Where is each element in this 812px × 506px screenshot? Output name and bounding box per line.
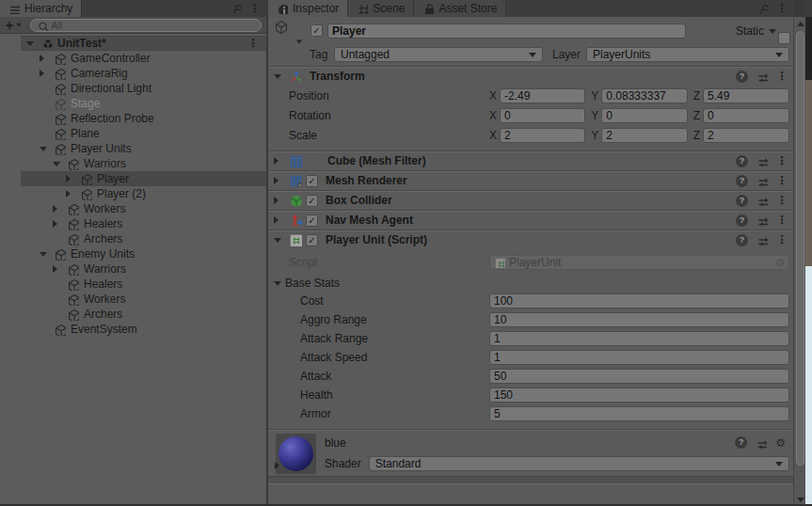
component-enabled-checkbox[interactable]: ✓ xyxy=(306,195,318,207)
hierarchy-item-player-selected[interactable]: Player xyxy=(21,171,266,186)
kebab-menu-icon[interactable]: ⋮ xyxy=(776,214,788,226)
scale-z-field[interactable] xyxy=(703,128,789,143)
scroll-up-icon[interactable] xyxy=(797,22,804,26)
hierarchy-item-healers[interactable]: Healers xyxy=(21,216,266,231)
gameobject-name-field[interactable] xyxy=(327,24,686,39)
foldout-collapsed-icon[interactable] xyxy=(274,197,279,204)
foldout-collapsed-icon[interactable] xyxy=(53,265,57,273)
foldout-expanded-icon[interactable] xyxy=(53,162,60,166)
component-enabled-checkbox[interactable]: ✓ xyxy=(306,214,318,227)
hierarchy-item-player-2[interactable]: Player (2) xyxy=(21,186,266,201)
cost-field[interactable] xyxy=(489,293,789,308)
script-object-field[interactable]: PlayerUnit ⊙ xyxy=(489,255,789,270)
attack-speed-field[interactable] xyxy=(489,350,789,365)
tab-scene[interactable]: Scene xyxy=(348,0,414,17)
kebab-menu-icon[interactable]: ⋮ xyxy=(247,38,259,49)
search-input[interactable] xyxy=(51,20,255,31)
kebab-menu-icon[interactable]: ⋮ xyxy=(776,175,788,186)
position-y-field[interactable] xyxy=(601,88,687,103)
component-header-nav-mesh-agent[interactable]: ✓ Nav Mesh Agent ? ⋮ xyxy=(268,210,793,229)
rotation-y-field[interactable] xyxy=(601,108,687,123)
tab-asset-store[interactable]: Asset Store xyxy=(414,0,506,17)
kebab-menu-icon[interactable]: ⋮ xyxy=(776,71,788,82)
shader-dropdown[interactable]: Standard xyxy=(369,456,789,471)
foldout-collapsed-icon[interactable] xyxy=(66,175,71,182)
lock-icon[interactable] xyxy=(757,3,769,14)
hierarchy-item-gamecontroller[interactable]: GameController xyxy=(21,51,266,66)
component-header-mesh-filter[interactable]: Cube (Mesh Filter) ? ⋮ xyxy=(268,150,793,170)
base-stats-foldout[interactable]: Base Stats xyxy=(268,275,793,292)
scale-x-field[interactable] xyxy=(500,128,585,143)
rotation-z-field[interactable] xyxy=(703,108,789,123)
help-icon[interactable]: ? xyxy=(736,71,748,83)
hierarchy-item-reflection-probe[interactable]: Reflection Probe xyxy=(21,111,266,126)
presets-icon[interactable] xyxy=(756,155,768,166)
hierarchy-item-archers[interactable]: Archers xyxy=(21,231,266,246)
armor-field[interactable] xyxy=(489,406,789,421)
hierarchy-item-warriors[interactable]: Warriors xyxy=(21,156,266,171)
gear-icon[interactable]: ⚙ xyxy=(775,437,786,449)
component-header-mesh-renderer[interactable]: ✓ Mesh Renderer ? ⋮ xyxy=(268,170,793,190)
active-checkbox[interactable]: ✓ xyxy=(310,24,323,37)
static-checkbox[interactable] xyxy=(778,32,790,44)
kebab-menu-icon[interactable]: ⋮ xyxy=(776,195,788,206)
hierarchy-item-camerarig[interactable]: CameraRig xyxy=(21,66,266,81)
hierarchy-item-directional-light[interactable]: Directional Light xyxy=(21,81,266,96)
inspector-scrollbar[interactable] xyxy=(793,17,805,506)
layer-dropdown[interactable]: PlayerUnits xyxy=(586,47,789,62)
kebab-menu-icon[interactable]: ⋮ xyxy=(776,3,788,14)
health-field[interactable] xyxy=(489,387,789,403)
foldout-expanded-icon[interactable] xyxy=(274,238,281,243)
hierarchy-item-workers[interactable]: Workers xyxy=(21,201,266,216)
scroll-down-icon[interactable] xyxy=(797,498,804,502)
rotation-x-field[interactable] xyxy=(500,108,585,123)
foldout-expanded-icon[interactable] xyxy=(40,252,47,257)
position-z-field[interactable] xyxy=(703,88,789,103)
kebab-menu-icon[interactable]: ⋮ xyxy=(249,3,261,14)
help-icon[interactable]: ? xyxy=(736,175,748,187)
presets-icon[interactable] xyxy=(756,214,768,226)
presets-icon[interactable] xyxy=(756,234,768,245)
material-preview[interactable] xyxy=(276,434,316,474)
hierarchy-item-stage[interactable]: Stage xyxy=(21,96,266,111)
foldout-collapsed-icon[interactable] xyxy=(66,190,71,198)
component-header-player-unit-script[interactable]: ✓ Player Unit (Script) ? ⋮ xyxy=(268,229,793,249)
scale-y-field[interactable] xyxy=(601,128,687,143)
foldout-collapsed-icon[interactable] xyxy=(53,220,57,228)
tab-hierarchy[interactable]: Hierarchy xyxy=(0,0,82,17)
presets-icon[interactable] xyxy=(756,195,768,206)
foldout-expanded-icon[interactable] xyxy=(40,147,47,151)
foldout-expanded-icon[interactable] xyxy=(26,41,34,46)
gameobject-big-cube-icon[interactable] xyxy=(274,20,296,45)
hierarchy-item-enemy-workers[interactable]: Workers xyxy=(21,292,266,307)
foldout-collapsed-icon[interactable] xyxy=(40,55,44,62)
tag-dropdown[interactable]: Untagged xyxy=(334,47,543,62)
static-dropdown-icon[interactable] xyxy=(769,29,776,34)
help-icon[interactable]: ? xyxy=(736,195,748,207)
presets-icon[interactable] xyxy=(756,175,768,186)
hierarchy-item-enemy-archers[interactable]: Archers xyxy=(21,307,266,322)
hierarchy-item-enemy-units[interactable]: Enemy Units xyxy=(21,246,266,261)
presets-icon[interactable] xyxy=(756,437,767,449)
component-header-transform[interactable]: Transform ? ⋮ xyxy=(268,66,793,86)
scene-header-unittest[interactable]: UnitTest* ⋮ xyxy=(21,36,266,51)
search-box[interactable] xyxy=(30,19,262,32)
help-icon[interactable]: ? xyxy=(736,214,748,227)
foldout-collapsed-icon[interactable] xyxy=(274,157,279,165)
object-picker-icon[interactable]: ⊙ xyxy=(776,257,785,269)
aggro-range-field[interactable] xyxy=(489,312,789,327)
presets-icon[interactable] xyxy=(756,71,768,82)
foldout-expanded-icon[interactable] xyxy=(274,74,281,79)
kebab-menu-icon[interactable]: ⋮ xyxy=(776,234,788,245)
position-x-field[interactable] xyxy=(500,88,585,103)
kebab-menu-icon[interactable]: ⋮ xyxy=(776,155,788,166)
help-icon[interactable]: ? xyxy=(735,436,747,449)
hierarchy-item-enemy-healers[interactable]: Healers xyxy=(21,277,266,292)
component-header-box-collider[interactable]: ✓ Box Collider ? ⋮ xyxy=(268,190,793,210)
hierarchy-item-plane[interactable]: Plane xyxy=(21,126,266,141)
component-enabled-checkbox[interactable]: ✓ xyxy=(306,175,318,187)
foldout-collapsed-icon[interactable] xyxy=(53,205,57,213)
attack-range-field[interactable] xyxy=(489,331,789,346)
foldout-collapsed-icon[interactable] xyxy=(274,216,279,224)
hierarchy-item-enemy-warriors[interactable]: Warriors xyxy=(21,261,266,277)
